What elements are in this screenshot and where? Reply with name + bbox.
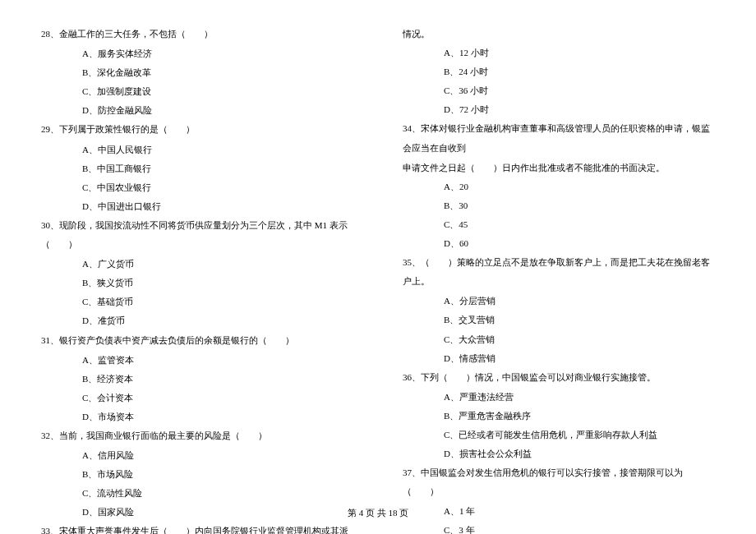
q35-option-b: B、交叉营销	[403, 311, 715, 329]
q32-option-c: C、流动性风险	[41, 484, 353, 503]
q30-option-d: D、准货币	[41, 311, 353, 330]
q35-option-a: A、分层营销	[403, 292, 715, 311]
q31-option-a: A、监管资本	[41, 351, 353, 370]
q34-stem-line1: 34、宋体对银行业金融机构审查董事和高级管理人员的任职资格的申请，银监会应当在自…	[403, 119, 715, 157]
q34-option-b: B、30	[403, 196, 715, 215]
q31-stem: 31、银行资产负债表中资产减去负债后的余额是银行的（ ）	[41, 331, 353, 350]
q36-option-b: B、严重危害金融秩序	[403, 407, 715, 426]
q33-option-b: B、24 小时	[403, 62, 715, 81]
q37-stem: 37、中国银监会对发生信用危机的银行可以实行接管，接管期限可以为（ ）	[403, 463, 715, 501]
q33-stem-cont: 情况。	[403, 25, 715, 44]
q35-option-c: C、大众营销	[403, 330, 715, 349]
q31-option-b: B、经济资本	[41, 370, 353, 389]
q32-option-b: B、市场风险	[41, 465, 353, 484]
q36-option-d: D、损害社会公众利益	[403, 444, 715, 463]
q32-stem: 32、当前，我国商业银行面临的最主要的风险是（ ）	[41, 426, 353, 445]
q30-option-a: A、广义货币	[41, 255, 353, 274]
q36-option-c: C、已经或者可能发生信用危机，严重影响存款人利益	[403, 426, 715, 444]
q34-option-c: C、45	[403, 215, 715, 234]
q30-stem: 30、现阶段，我国按流动性不同将货币供应量划分为三个层次，其中 M1 表示（ ）	[41, 216, 353, 254]
q37-option-c: C、3 年	[403, 521, 715, 534]
page-footer: 第 4 页 共 18 页	[0, 507, 756, 519]
right-column: 情况。 A、12 小时 B、24 小时 C、36 小时 D、72 小时 34、宋…	[403, 25, 715, 485]
q36-stem: 36、下列（ ）情况，中国银监会可以对商业银行实施接管。	[403, 368, 715, 387]
q33-stem: 33、宋体重大声誉事件发生后（ ）内向国务院银行业监督管理机构或其派出机构报告有…	[41, 522, 353, 534]
q30-option-c: C、基础货币	[41, 292, 353, 311]
left-column: 28、金融工作的三大任务，不包括（ ） A、服务实体经济 B、深化金融改革 C、…	[41, 25, 353, 485]
q34-option-a: A、20	[403, 177, 715, 196]
q29-option-b: B、中国工商银行	[41, 159, 353, 178]
q35-option-d: D、情感营销	[403, 349, 715, 368]
q33-option-d: D、72 小时	[403, 100, 715, 119]
q33-option-a: A、12 小时	[403, 44, 715, 62]
q28-stem: 28、金融工作的三大任务，不包括（ ）	[41, 25, 353, 44]
q31-option-d: D、市场资本	[41, 407, 353, 426]
q28-option-b: B、深化金融改革	[41, 63, 353, 82]
q36-option-a: A、严重违法经营	[403, 388, 715, 407]
two-column-layout: 28、金融工作的三大任务，不包括（ ） A、服务实体经济 B、深化金融改革 C、…	[41, 25, 715, 485]
q31-option-c: C、会计资本	[41, 389, 353, 407]
q28-option-c: C、加强制度建设	[41, 82, 353, 101]
q34-option-d: D、60	[403, 234, 715, 253]
q30-option-b: B、狭义货币	[41, 274, 353, 292]
q28-option-d: D、防控金融风险	[41, 101, 353, 120]
q29-option-c: C、中国农业银行	[41, 178, 353, 197]
q29-option-a: A、中国人民银行	[41, 140, 353, 159]
q35-stem: 35、（ ）策略的立足点不是放在争取新客户上，而是把工夫花在挽留老客户上。	[403, 253, 715, 291]
q29-stem: 29、下列属于政策性银行的是（ ）	[41, 120, 353, 139]
q28-option-a: A、服务实体经济	[41, 44, 353, 63]
q29-option-d: D、中国进出口银行	[41, 197, 353, 216]
q33-option-c: C、36 小时	[403, 81, 715, 100]
q34-stem-line2: 申请文件之日起（ ）日内作出批准或者不能批准的书面决定。	[403, 159, 715, 177]
q32-option-a: A、信用风险	[41, 446, 353, 465]
